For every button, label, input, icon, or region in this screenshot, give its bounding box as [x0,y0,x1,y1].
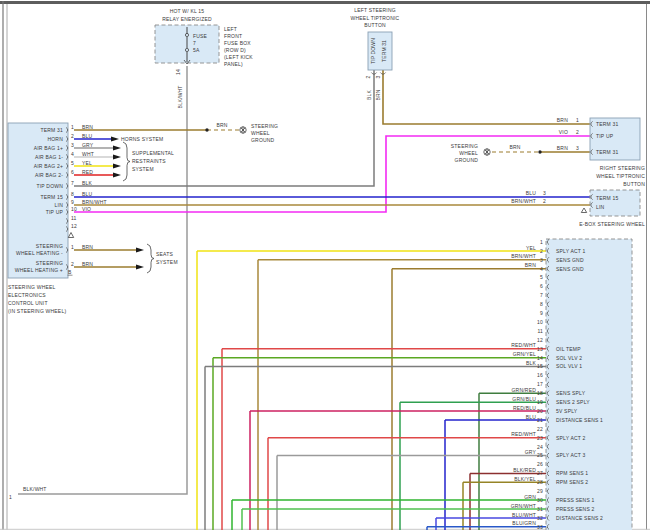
cu-pin-number: 1 [71,244,74,250]
pin-number: 2 [543,198,546,204]
wire-blk-tipdown [74,70,374,186]
conn-pin-number: 26 [537,461,543,467]
conn-pin-number: 8 [540,301,543,307]
fuse-location: FUSE BOX [224,40,251,46]
ground-label: STEERING [451,143,478,149]
fuse-rating: 5A [193,47,200,53]
arrow-srs [113,145,121,150]
wire-color-label: BRN/WHT [511,198,536,204]
conn-wire-color: BLU [526,414,537,420]
wiring-diagram-page: HOT W/ KL 15 RELAY ENERGIZED FUSE 7 5A L… [0,0,650,530]
conn-pin-number: 9 [540,310,543,316]
junction-dot [538,150,541,153]
arrow-srs [113,154,121,159]
terminal-label: TERM 15 [596,195,619,201]
conn-pin-number: 20 [537,408,543,414]
junction-dot [205,128,208,131]
conn-pin-number: 14 [537,355,543,361]
conn-pin-number: 18 [537,390,543,396]
cu-term-label: TIP DOWN [36,183,63,189]
cu-pin-number: 6 [71,169,74,175]
cu-pin-number: 8 [71,191,74,197]
conn-wire-color: BRN/WHT [511,253,536,259]
conn-wire-color: BLK/RED [513,467,536,473]
wire-brn-term31 [383,70,590,124]
right-button-title: WHEEL TIPTRONIC [596,173,645,179]
conn-wire-color: BRN [525,262,536,268]
ground-label: STEERING [251,123,278,129]
conn-pin-number: 15 [537,363,543,369]
delta-symbol [68,233,73,238]
conn-pin-number: 27 [537,470,543,476]
cu-term-label: AIR BAG 2+ [34,163,63,169]
conn-signal-label: PRESS SENS 1 [556,497,595,503]
terminal-label: TERM 31 [381,40,387,62]
pin-number: 3 [375,75,381,78]
fuse-location: (LEFT KICK [224,54,253,60]
conn-signal-label: SPLY ACT 2 [556,435,586,441]
ground-label: GROUND [251,137,275,143]
conn-wire-color: GRN/BLU [512,396,536,402]
srs-label: RESTRAINTS [132,158,166,164]
terminal-label: TERM 31 [596,149,619,155]
conn-pin-number: 3 [540,257,543,263]
conn-signal-label: SENS GND [556,266,584,272]
left-tiptronic-button: LEFT STEERING WHEEL TIPTRONIC BUTTON TIP… [351,7,400,100]
conn-pin-number: 11 [537,328,543,334]
conn-signal-label: SENS GND [556,257,584,263]
conn-pin-number: 31 [537,506,543,512]
conn-pin-number: 12 [537,337,543,343]
arrow-srs [113,172,121,177]
cu-pin-number: 1 [71,124,74,130]
conn-signal-label: DISTANCE SENS 1 [556,417,603,423]
pin-number: 2 [365,75,371,78]
conn-wire-color: BLK [526,360,537,366]
conn-pin-number: 33 [537,524,543,530]
conn-signal-label: DISTANCE SENS 2 [556,515,603,521]
conn-pin-number: 21 [537,417,543,423]
cu-term-label: AIR BAG 2- [35,172,63,178]
fuse-pin-number: 14 [175,69,181,75]
cu-wire-color: WHT [82,151,94,157]
cu-wire-color: BLU [82,191,93,197]
cu-pin-number: 2 [71,261,74,267]
wire-color-label: BRN [557,145,568,151]
pin-number: 3 [543,190,546,196]
conn-signal-label: SENS SPLY [556,390,586,396]
conn-pin-number: 4 [540,266,543,272]
fuse-location: (ROW D) [224,47,246,53]
cu-wire-color: BRN [82,261,93,267]
cu-wire-color: RED [82,169,93,175]
pin-number: 3 [576,145,579,151]
cu-term-label: AIR BAG 1+ [34,145,63,151]
wires-static [18,66,590,494]
wires-connector [197,251,546,530]
conn-signal-label: SENS 2 SPLY [556,399,590,405]
cu-term-label: WHEEL HEATING + [15,267,63,273]
cu-pin-number: 12 [71,223,77,229]
cu-term-label: TIP UP [46,209,64,215]
control-unit-name: (IN STEERING WHEEL) [8,308,66,314]
conn-wire-color: GRN/RED [512,387,537,393]
cu-wire-color: BRN/WHT [82,199,107,205]
control-unit-name: STEERING WHEEL [8,284,56,290]
cu-term-label: TERM 15 [40,194,63,200]
cu-term-label: STEERING [36,243,63,249]
cu-wire-color: BLU [82,133,93,139]
conn-pin-number: 6 [540,283,543,289]
conn-pin-number: 7 [540,292,543,298]
conn-wire-color: GRN/WHT [511,503,536,509]
conn-pin-number: 24 [537,444,543,450]
seats-label: SEATS [156,251,173,257]
cu-pin-number: 9 [71,199,74,205]
terminal-label: TERM 31 [596,121,619,127]
terminal-label: LIN [596,204,605,210]
cu-pin-number: 4 [71,151,74,157]
control-unit-name: CONTROL UNIT [8,300,48,306]
arrow-seats [136,264,144,269]
wiring-diagram: HOT W/ KL 15 RELAY ENERGIZED FUSE 7 5A L… [0,0,650,530]
srs-brace [123,142,130,181]
conn-signal-label: SPLY ACT 3 [556,452,586,458]
conn-signal-label: RPM SENS 1 [556,470,588,476]
arrow-srs [113,163,121,168]
